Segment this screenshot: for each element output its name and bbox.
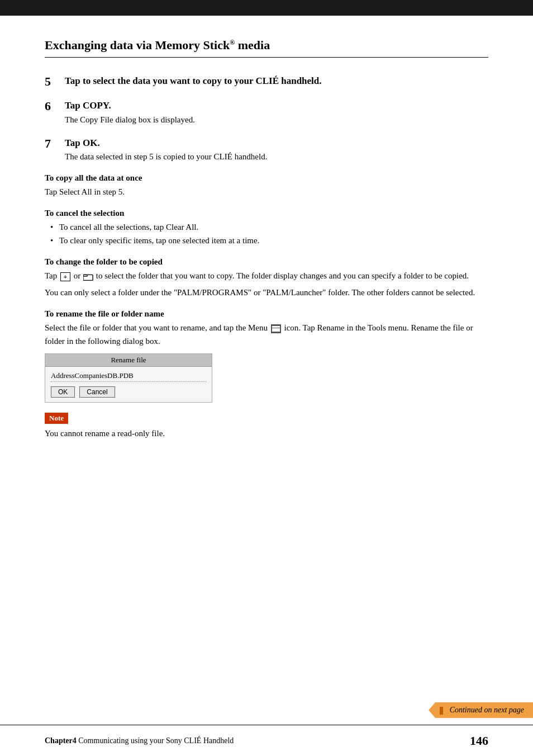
section-change-folder-title: To change the folder to be copied	[45, 257, 488, 267]
step-5-number: 5	[45, 74, 65, 89]
bullet-1-text: To cancel all the selections, tap Clear …	[59, 223, 198, 231]
plus-icon: +	[60, 272, 70, 281]
rename-dialog-input[interactable]: AddressCompaniesDB.PDB	[51, 370, 206, 382]
top-bar	[0, 0, 533, 16]
section-copy-all-body: Tap Select All in step 5.	[45, 185, 488, 199]
svg-rect-0	[83, 275, 93, 280]
step-6-content: Tap COPY. The Copy File dialog box is di…	[65, 99, 488, 126]
dialog-cancel-button[interactable]: Cancel	[79, 386, 115, 398]
step-7: 7 Tap OK. The data selected in step 5 is…	[45, 136, 488, 163]
step-6-desc: The Copy File dialog box is displayed.	[65, 114, 488, 126]
step-5-title: Tap to select the data you want to copy …	[65, 74, 488, 88]
footer-page-number: 146	[470, 734, 488, 748]
dialog-ok-button[interactable]: OK	[51, 386, 75, 398]
svg-rect-1	[83, 275, 87, 276]
title-text: Exchanging data via Memory Stick	[45, 38, 230, 52]
registered-mark: ®	[230, 39, 235, 46]
steps-container: 5 Tap to select the data you want to cop…	[45, 74, 488, 163]
section-cancel-bullets: To cancel all the selections, tap Clear …	[45, 220, 488, 247]
rename-dialog-buttons: OK Cancel	[51, 386, 206, 398]
bullet-2-text: To clear only specific items, tap one se…	[59, 236, 259, 245]
rename-dialog: Rename file AddressCompaniesDB.PDB OK Ca…	[45, 353, 212, 403]
section-cancel: To cancel the selection To cancel all th…	[45, 209, 488, 247]
menu-icon	[271, 324, 281, 333]
continued-text: Continued on next page	[450, 706, 524, 714]
section-copy-all: To copy all the data at once Tap Select …	[45, 173, 488, 199]
section-change-folder-body2: You can only select a folder under the "…	[45, 286, 488, 299]
footer-left: Chapter4 Communicating using your Sony C…	[45, 736, 234, 745]
step-7-number: 7	[45, 136, 65, 151]
page-footer: Chapter4 Communicating using your Sony C…	[0, 725, 533, 756]
section-copy-all-title: To copy all the data at once	[45, 173, 488, 183]
continued-banner-bar	[440, 707, 443, 715]
section-rename-title: To rename the file or folder name	[45, 309, 488, 319]
footer-chapter: Chapter4	[45, 736, 77, 745]
section-rename-body: Select the file or folder that you want …	[45, 321, 488, 348]
note-text: You cannot rename a read-only file.	[45, 427, 488, 440]
footer-chapter-desc: Communicating using your Sony CLIÉ Handh…	[77, 736, 234, 745]
note-label: Note	[45, 413, 68, 424]
note-box: Note You cannot rename a read-only file.	[45, 413, 488, 440]
rename-dialog-body: AddressCompaniesDB.PDB OK Cancel	[45, 367, 212, 402]
step-7-content: Tap OK. The data selected in step 5 is c…	[65, 136, 488, 163]
section-change-folder-body1: Tap + or to select the folder that you w…	[45, 269, 488, 282]
continued-banner: Continued on next page	[429, 702, 533, 718]
bullet-2: To clear only specific items, tap one se…	[50, 234, 488, 247]
step-6: 6 Tap COPY. The Copy File dialog box is …	[45, 99, 488, 126]
step-5-content: Tap to select the data you want to copy …	[65, 74, 488, 88]
rename-dialog-title: Rename file	[45, 354, 212, 367]
step-7-title: Tap OK.	[65, 136, 488, 150]
step-7-desc: The data selected in step 5 is copied to…	[65, 150, 488, 163]
step-6-number: 6	[45, 99, 65, 114]
page-title: Exchanging data via Memory Stick® media	[45, 38, 488, 58]
title-suffix: media	[235, 38, 270, 52]
bullet-1: To cancel all the selections, tap Clear …	[50, 220, 488, 234]
section-change-folder: To change the folder to be copied Tap + …	[45, 257, 488, 299]
page-content: Exchanging data via Memory Stick® media …	[0, 16, 533, 493]
section-cancel-title: To cancel the selection	[45, 209, 488, 218]
step-5: 5 Tap to select the data you want to cop…	[45, 74, 488, 89]
step-6-title: Tap COPY.	[65, 99, 488, 112]
section-rename: To rename the file or folder name Select…	[45, 309, 488, 403]
folder-icon	[83, 273, 93, 281]
